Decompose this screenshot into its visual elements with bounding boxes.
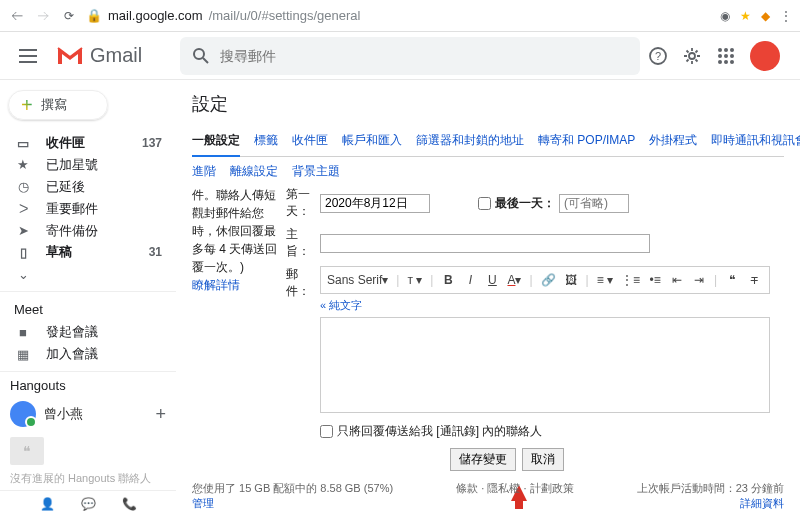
first-day-input[interactable]	[320, 194, 430, 213]
svg-point-9	[730, 54, 734, 58]
contacts-only-checkbox[interactable]	[320, 425, 333, 438]
italic-button[interactable]: I	[463, 273, 477, 287]
hangouts-chat-icon[interactable]: 💬	[81, 497, 96, 511]
hangouts-user-row[interactable]: 曾小燕 +	[10, 397, 166, 431]
align-button[interactable]: ≡ ▾	[597, 273, 613, 287]
search-input[interactable]	[220, 48, 628, 64]
caret-down-icon: ⌄	[14, 267, 32, 282]
help-icon[interactable]: ?	[648, 46, 668, 66]
compose-label: 撰寫	[41, 96, 67, 114]
compose-button[interactable]: + 撰寫	[8, 90, 108, 120]
tab-addons[interactable]: 外掛程式	[649, 126, 697, 156]
first-day-label: 第一天：	[286, 186, 312, 220]
search-box[interactable]	[180, 37, 640, 75]
hangouts-username: 曾小燕	[44, 405, 83, 423]
subtab-advanced[interactable]: 進階	[192, 163, 216, 180]
bookmark-star-icon[interactable]: ★	[740, 9, 751, 23]
font-family-dropdown[interactable]: Sans Serif ▾	[327, 273, 388, 287]
hangouts-person-icon[interactable]: 👤	[40, 497, 55, 511]
gmail-logo[interactable]: Gmail	[56, 44, 142, 67]
url-host: mail.google.com	[108, 8, 203, 23]
indent-more-button[interactable]: ⇥	[692, 273, 706, 287]
sidebar-starred[interactable]: ★已加星號	[0, 154, 176, 176]
font-size-dropdown[interactable]: т ▾	[407, 273, 422, 287]
editor-body[interactable]	[320, 317, 770, 413]
svg-point-7	[718, 54, 722, 58]
subject-input[interactable]	[320, 234, 650, 253]
tab-inbox[interactable]: 收件匣	[292, 126, 328, 156]
svg-text:?: ?	[655, 50, 661, 62]
image-button[interactable]: 🖼	[564, 273, 578, 287]
svg-point-12	[730, 60, 734, 64]
url-path: /mail/u/0/#settings/general	[209, 8, 361, 23]
underline-button[interactable]: U	[485, 273, 499, 287]
sidebar-drafts[interactable]: ▯草稿31	[0, 242, 176, 264]
lock-icon: 🔒	[86, 8, 102, 23]
eye-icon[interactable]: ◉	[720, 9, 730, 23]
hangouts-phone-icon[interactable]: 📞	[122, 497, 137, 511]
hangouts-quote-icon: ❝	[10, 437, 44, 465]
policies-text[interactable]: 條款 · 隱私權 · 計劃政策	[456, 481, 573, 511]
details-link[interactable]: 詳細資料	[740, 497, 784, 509]
tab-accounts[interactable]: 帳戶和匯入	[342, 126, 402, 156]
star-icon: ★	[14, 157, 32, 172]
hangouts-add-icon[interactable]: +	[155, 404, 166, 425]
last-day-label: 最後一天：	[495, 195, 555, 212]
settings-gear-icon[interactable]	[682, 46, 702, 66]
svg-point-6	[730, 48, 734, 52]
inbox-icon: ▭	[14, 136, 32, 151]
tab-labels[interactable]: 標籤	[254, 126, 278, 156]
meet-start[interactable]: ■發起會議	[0, 321, 176, 343]
subject-label: 主旨：	[286, 226, 312, 260]
cancel-button[interactable]: 取消	[522, 448, 564, 471]
ul-button[interactable]: •≡	[648, 273, 662, 287]
svg-point-0	[194, 49, 204, 59]
address-bar[interactable]: 🔒 mail.google.com/mail/u/0/#settings/gen…	[86, 8, 712, 23]
sidebar-more[interactable]: ⌄	[0, 263, 176, 285]
video-icon: ■	[14, 325, 32, 340]
clear-format-button[interactable]: ᴛ	[747, 273, 761, 287]
plain-text-link[interactable]: « 純文字	[320, 298, 770, 313]
svg-point-3	[689, 53, 695, 59]
menu-icon[interactable]	[8, 36, 48, 76]
text-color-button[interactable]: A ▾	[507, 273, 521, 287]
browser-menu-icon[interactable]: ⋮	[780, 9, 792, 23]
tab-general[interactable]: 一般設定	[192, 126, 240, 157]
reload-button[interactable]: ⟳	[60, 7, 78, 25]
link-button[interactable]: 🔗	[541, 273, 556, 287]
apps-grid-icon[interactable]	[716, 46, 736, 66]
sidebar-important[interactable]: ᐳ重要郵件	[0, 198, 176, 220]
svg-point-10	[718, 60, 722, 64]
sidebar-sent[interactable]: ➤寄件備份	[0, 220, 176, 242]
tab-forwarding[interactable]: 轉寄和 POP/IMAP	[538, 126, 635, 156]
subtab-themes[interactable]: 背景主題	[292, 163, 340, 180]
subtab-offline[interactable]: 離線設定	[230, 163, 278, 180]
last-day-input[interactable]	[559, 194, 629, 213]
settings-tabs: 一般設定 標籤 收件匣 帳戶和匯入 篩選器和封鎖的地址 轉寄和 POP/IMAP…	[192, 126, 784, 157]
send-icon: ➤	[14, 223, 32, 238]
keyboard-icon: ▦	[14, 347, 32, 362]
hangouts-empty-text: 沒有進展的 Hangouts 聯絡人	[10, 471, 166, 486]
sidebar-inbox[interactable]: ▭收件匣137	[0, 132, 176, 154]
account-avatar[interactable]	[750, 41, 780, 71]
ol-button[interactable]: ⋮≡	[621, 273, 640, 287]
search-icon	[192, 47, 210, 65]
clock-icon: ◷	[14, 179, 32, 194]
tab-chat[interactable]: 即時通訊和視訊會議	[711, 126, 800, 156]
forward-button[interactable]: 🡢	[34, 7, 52, 25]
meet-join[interactable]: ▦加入會議	[0, 343, 176, 365]
back-button[interactable]: 🡠	[8, 7, 26, 25]
learn-more-link[interactable]: 瞭解詳情	[192, 276, 278, 294]
indent-less-button[interactable]: ⇤	[670, 273, 684, 287]
plus-icon: +	[21, 94, 33, 117]
tab-filters[interactable]: 篩選器和封鎖的地址	[416, 126, 524, 156]
extension-icon[interactable]: ◆	[761, 9, 770, 23]
last-day-checkbox[interactable]	[478, 197, 491, 210]
bold-button[interactable]: B	[441, 273, 455, 287]
contacts-only-label: 只將回覆傳送給我 [通訊錄] 內的聯絡人	[337, 423, 542, 440]
quote-button[interactable]: ❝	[725, 273, 739, 287]
meet-header: Meet	[0, 291, 176, 321]
sidebar-snoozed[interactable]: ◷已延後	[0, 176, 176, 198]
manage-storage-link[interactable]: 管理	[192, 497, 214, 509]
save-button[interactable]: 儲存變更	[450, 448, 516, 471]
